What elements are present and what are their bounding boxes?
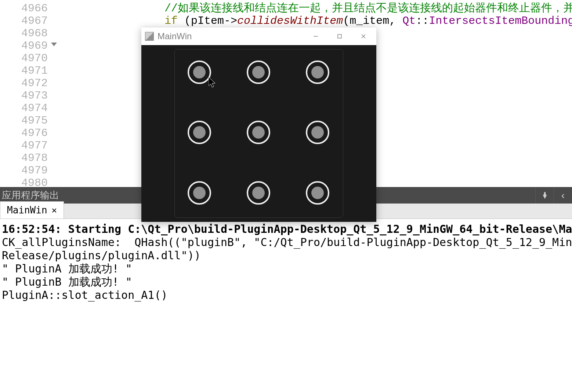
pattern-node-8[interactable] (247, 181, 270, 205)
pattern-node-inner (193, 126, 206, 139)
line-number: 4967 (0, 15, 48, 27)
line-number: 4968 (0, 27, 48, 40)
pattern-node-4[interactable] (188, 121, 211, 144)
code-line: //如果该连接线和结点连在一起，并且结点不是该连接线的起始器件和终止器件，并且连… (59, 2, 572, 15)
pattern-node-7[interactable] (188, 181, 211, 205)
output-content[interactable]: 16:52:54: Starting C:\Qt_Pro\build-Plugi… (0, 219, 572, 305)
maximize-button[interactable] (334, 31, 345, 42)
line-number: 4970 (0, 52, 48, 65)
output-line: 16:52:54: Starting C:\Qt_Pro\build-Plugi… (2, 223, 570, 236)
pattern-node-inner (311, 126, 324, 139)
pattern-lock-grid[interactable] (174, 49, 343, 218)
output-filter-button[interactable] (535, 187, 554, 204)
line-number-gutter: 4966 4967 4968 4969 4970 4971 4972 4973 … (0, 0, 53, 187)
app-icon (145, 32, 154, 41)
window-title: MainWin (158, 31, 310, 41)
pattern-node-inner (193, 66, 206, 78)
line-number: 4966 (0, 2, 48, 15)
pattern-node-5[interactable] (247, 121, 270, 144)
line-number: 4972 (0, 77, 48, 89)
close-button[interactable] (358, 31, 369, 42)
pattern-node-6[interactable] (306, 121, 329, 144)
output-panel-title: 应用程序输出 (0, 189, 66, 202)
line-number: 4973 (0, 89, 48, 102)
line-number: 4974 (0, 102, 48, 114)
output-line: " PluginB 加载成功! " (2, 275, 570, 289)
pattern-node-9[interactable] (306, 181, 329, 205)
svg-rect-1 (338, 34, 341, 38)
pattern-node-inner (252, 187, 265, 199)
close-icon[interactable]: ✕ (52, 205, 57, 215)
line-number: 4969 (0, 40, 48, 52)
line-number: 4971 (0, 65, 48, 77)
fold-indicator-icon[interactable] (51, 43, 57, 46)
output-line: CK_allPluginsName: QHash(("pluginB", "C:… (2, 236, 570, 249)
mainwin-window: MainWin (141, 28, 376, 222)
pattern-node-2[interactable] (247, 61, 270, 84)
output-tab-mainwin[interactable]: MainWin ✕ (0, 201, 64, 219)
line-number: 4976 (0, 127, 48, 139)
mainwin-body (141, 45, 376, 222)
pattern-node-inner (252, 66, 265, 78)
output-prev-button[interactable]: ‹ (554, 187, 572, 204)
pattern-node-inner (193, 187, 206, 199)
output-line: Release/plugins/pluginA.dll")) (2, 249, 570, 262)
line-number: 4977 (0, 139, 48, 152)
output-line: " PluginA 加载成功! " (2, 262, 570, 275)
window-controls (310, 31, 373, 42)
pattern-node-inner (311, 187, 324, 199)
mainwin-titlebar[interactable]: MainWin (141, 28, 376, 45)
output-line: PluginA::slot_action_A1() (2, 289, 570, 302)
pattern-node-inner (311, 66, 324, 78)
minimize-button[interactable] (310, 31, 321, 42)
line-number: 4978 (0, 152, 48, 164)
pattern-node-1[interactable] (188, 61, 211, 84)
pattern-node-inner (252, 126, 265, 139)
pattern-node-3[interactable] (306, 61, 329, 84)
code-line: if (pItem->collidesWithItem(m_item, Qt::… (59, 15, 572, 27)
line-number: 4975 (0, 114, 48, 127)
output-tab-label: MainWin (7, 205, 47, 216)
line-number: 4979 (0, 164, 48, 177)
